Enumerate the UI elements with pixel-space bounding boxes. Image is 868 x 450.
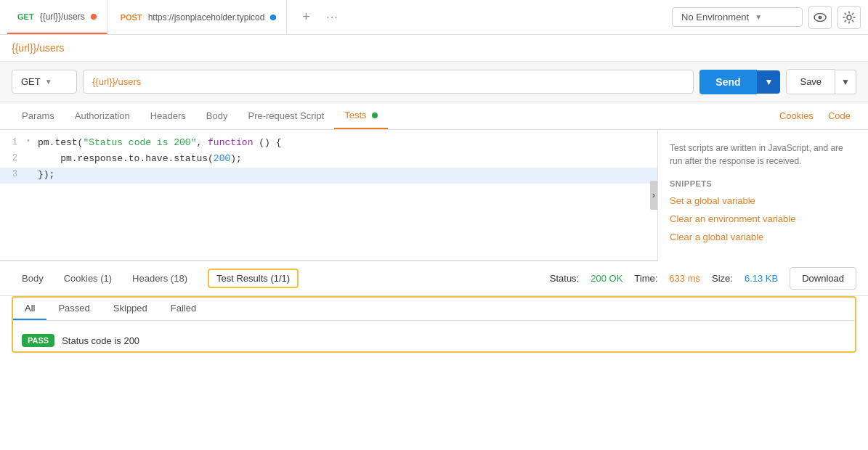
top-bar: GET {{url}}/users POST https://jsonplace… [0,0,868,35]
tab-headers[interactable]: Headers [140,103,196,128]
test-filter-tabs: All Passed Skipped Failed [13,298,855,321]
test-result-row: PASS Status code is 200 [13,330,855,351]
snippet-clear-global[interactable]: Clear a global variable [670,232,856,242]
collapse-panel-button[interactable]: › [650,181,657,210]
filter-tab-all[interactable]: All [13,298,46,320]
more-tabs-button[interactable]: ··· [322,7,342,28]
resp-tab-headers[interactable]: Headers (18) [122,266,198,291]
response-tabs-bar: Body Cookies (1) Headers (18) Test Resul… [0,261,868,296]
test-results-section: All Passed Skipped Failed PASS Status co… [12,296,856,353]
send-chevron-button[interactable]: ▼ [757,70,781,94]
request-title-url: {{url}}/users [12,42,64,54]
environment-selector[interactable]: No Environment ▼ [672,7,803,27]
snippets-description: Test scripts are written in JavaScript, … [670,142,856,168]
resp-tab-body[interactable]: Body [12,266,54,291]
resp-tab-test-results[interactable]: Test Results (1/1) [198,261,309,295]
code-link[interactable]: Code [822,103,856,128]
editor-area: 1 • pm.test("Status code is 200", functi… [0,130,868,261]
tab-url-get: {{url}}/users [40,12,85,22]
url-input[interactable] [83,70,694,94]
filter-tab-passed[interactable]: Passed [46,298,101,320]
status-value: 200 OK [591,273,622,284]
status-label: Status: [550,273,579,284]
line-number-3: 3 [0,169,26,179]
size-value: 6.13 KB [745,273,778,284]
line-bullet-1: • [26,137,38,145]
snippets-side-panel: › Test scripts are written in JavaScript… [657,130,868,260]
pass-badge: PASS [22,334,54,347]
snippets-label: SNIPPETS [670,179,856,188]
snippet-clear-env[interactable]: Clear an environment variable [670,213,856,224]
tab-authorization[interactable]: Authorization [65,103,140,128]
settings-icon-button[interactable] [837,6,861,29]
tab-dot-post [270,15,276,20]
request-title-bar: {{url}}/users [0,35,868,62]
tests-tab-label: Tests [344,110,366,120]
send-button[interactable]: Send [699,70,756,94]
send-button-group: Send ▼ [699,70,780,94]
code-text-3: }); [38,169,54,180]
test-results-tab-label: Test Results (1/1) [208,269,299,288]
code-text-2: pm.response.to.have.status(200); [38,153,242,164]
size-label: Size: [712,273,733,284]
line-number-1: 1 [0,137,26,147]
tab-method-get: GET [17,12,34,21]
tab-url-post: https://jsonplaceholder.typicod [148,12,265,22]
request-tabs: Params Authorization Headers Body Pre-re… [0,102,868,130]
chevron-down-icon: ▼ [45,78,52,86]
svg-point-2 [847,15,851,20]
eye-icon-button[interactable] [808,6,832,29]
resp-tab-cookies[interactable]: Cookies (1) [54,266,122,291]
snippets-panel: Test scripts are written in JavaScript, … [657,130,868,261]
save-chevron-button[interactable]: ▼ [835,70,856,94]
save-button-group: Save ▼ [786,69,856,94]
code-line-1: 1 • pm.test("Status code is 200", functi… [0,136,657,152]
tab-body[interactable]: Body [196,103,238,128]
snippet-set-global[interactable]: Set a global variable [670,195,856,206]
test-name: Status code is 200 [62,335,139,346]
tests-active-dot [372,112,378,118]
tab-tests[interactable]: Tests [334,102,388,129]
tab-dot-get [91,14,97,20]
tab-actions: + ··· [296,7,342,28]
response-info: Status: 200 OK Time: 633 ms Size: 6.13 K… [550,267,856,290]
cookies-link[interactable]: Cookies [774,103,819,128]
download-button[interactable]: Download [790,267,856,290]
code-line-3: 3 }); [0,168,657,184]
time-value: 633 ms [669,273,700,284]
request-tab-right-actions: Cookies Code [774,103,856,128]
code-line-2: 2 pm.response.to.have.status(200); [0,152,657,168]
tab-method-post: POST [121,13,142,22]
chevron-down-icon: ▼ [755,13,762,21]
tab-get-users[interactable]: GET {{url}}/users [7,0,108,34]
code-editor[interactable]: 1 • pm.test("Status code is 200", functi… [0,130,657,260]
save-button[interactable]: Save [786,69,835,94]
url-bar: GET ▼ Send ▼ Save ▼ [0,62,868,102]
time-label: Time: [634,273,657,284]
tab-params[interactable]: Params [12,103,65,128]
response-area: Body Cookies (1) Headers (18) Test Resul… [0,261,868,353]
top-bar-right: No Environment ▼ [672,6,861,29]
tab-post-jsonplaceholder[interactable]: POST https://jsonplaceholder.typicod [110,0,288,34]
env-label: No Environment [681,12,749,22]
line-number-2: 2 [0,153,26,163]
method-selector[interactable]: GET ▼ [12,70,77,94]
filter-tab-failed[interactable]: Failed [159,298,208,320]
tab-prerequest-script[interactable]: Pre-request Script [238,103,334,128]
filter-tab-skipped[interactable]: Skipped [102,298,159,320]
svg-point-1 [819,15,822,19]
code-text-1: pm.test("Status code is 200", function (… [38,137,282,148]
add-tab-button[interactable]: + [296,7,316,28]
method-label: GET [21,76,41,87]
request-title: {{url}}/users [12,42,64,54]
